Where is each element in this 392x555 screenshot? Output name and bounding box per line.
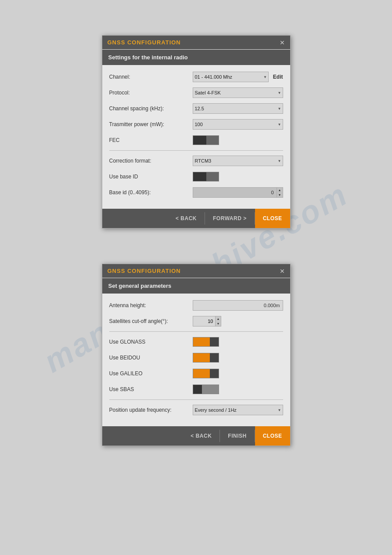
base-id-control: ▲ ▼: [193, 187, 283, 198]
galileo-toggle-right: [210, 369, 219, 378]
channel-edit-link[interactable]: Edit: [273, 74, 283, 80]
satellites-cutoff-spinner-wrapper: ▲ ▼: [193, 316, 222, 326]
dialog1-titlebar: GNSS CONFIGURATION ✕: [102, 36, 290, 49]
use-base-id-toggle[interactable]: [193, 172, 219, 181]
channel-spacing-label: Channel spacing (kHz):: [109, 105, 193, 112]
position-update-select-wrapper[interactable]: Every second / 1Hz: [193, 405, 283, 415]
use-galileo-control: [193, 369, 283, 378]
base-id-label: Base id (0..4095):: [109, 189, 193, 196]
use-base-id-toggle-inner: [206, 172, 219, 181]
beidou-toggle-right: [210, 353, 219, 362]
channel-spacing-select[interactable]: 12.5: [193, 103, 283, 114]
divider-2: [109, 331, 283, 332]
channel-label: Channel:: [109, 74, 193, 80]
base-id-row: Base id (0..4095): ▲ ▼: [109, 187, 283, 198]
satellites-cutoff-label: Satellites cut-off angle(°):: [109, 318, 193, 324]
use-glonass-row: Use GLONASS: [109, 336, 283, 348]
protocol-select-wrapper[interactable]: Satel 4-FSK: [193, 87, 283, 98]
channel-control: 01 - 441.000 Mhz Edit: [193, 72, 283, 82]
protocol-control: Satel 4-FSK: [193, 87, 283, 98]
use-sbas-row: Use SBAS: [109, 384, 283, 395]
base-id-input[interactable]: [193, 187, 277, 198]
transmitter-power-select-wrapper[interactable]: 100: [193, 119, 283, 130]
antenna-height-label: Antenna height:: [109, 302, 193, 308]
dialog2-title: GNSS CONFIGURATION: [108, 268, 181, 274]
fec-control: [193, 135, 283, 145]
fec-toggle[interactable]: [193, 135, 219, 145]
use-galileo-label: Use GALILEO: [109, 370, 193, 377]
beidou-toggle-left: [193, 353, 210, 362]
position-update-label: Position update frequency:: [109, 407, 193, 413]
dialog2-subtitle: Set general parameters: [102, 278, 290, 294]
antenna-height-control: [193, 300, 283, 311]
channel-spacing-select-wrapper[interactable]: 12.5: [193, 103, 283, 114]
satellites-cutoff-input[interactable]: [193, 316, 215, 326]
gnss-config-dialog-2: GNSS CONFIGURATION ✕ Set general paramet…: [102, 264, 291, 446]
dialog1-footer: < BACK FORWARD > CLOSE: [102, 209, 290, 228]
use-sbas-control: [193, 385, 283, 394]
dialog1-body: Channel: 01 - 441.000 Mhz Edit Protocol:: [102, 65, 290, 209]
sbas-toggle[interactable]: [193, 385, 219, 394]
use-glonass-label: Use GLONASS: [109, 339, 193, 345]
correction-format-select[interactable]: RTCM3: [193, 156, 283, 166]
use-beidou-control: [193, 353, 283, 363]
use-base-id-control: [193, 172, 283, 181]
satellites-cutoff-spin-down[interactable]: ▼: [216, 321, 221, 326]
divider-1: [109, 150, 283, 151]
fec-toggle-inner: [206, 136, 219, 145]
use-galileo-row: Use GALILEO: [109, 368, 283, 379]
dialog2-footer: < BACK FINISH CLOSE: [102, 426, 290, 446]
satellites-cutoff-spin-up[interactable]: ▲: [216, 316, 221, 321]
sbas-toggle-left: [193, 385, 202, 394]
position-update-select[interactable]: Every second / 1Hz: [193, 405, 283, 415]
channel-spacing-row: Channel spacing (kHz): 12.5: [109, 103, 283, 114]
position-update-control: Every second / 1Hz: [193, 405, 283, 415]
satellites-cutoff-spinners: ▲ ▼: [215, 316, 221, 326]
dialog2-close-x[interactable]: ✕: [280, 268, 285, 274]
glonass-toggle[interactable]: [193, 337, 219, 347]
transmitter-power-control: 100: [193, 119, 283, 130]
dialog2-close-button[interactable]: CLOSE: [255, 426, 290, 446]
dialog1-forward-button[interactable]: FORWARD >: [205, 209, 255, 228]
antenna-height-row: Antenna height:: [109, 300, 283, 311]
transmitter-power-row: Trasmitter power (mW): 100: [109, 119, 283, 130]
fec-label: FEC: [109, 137, 193, 143]
dialog1-subtitle: Settings for the internal radio: [102, 50, 290, 65]
channel-select-wrapper[interactable]: 01 - 441.000 Mhz: [193, 72, 269, 82]
channel-spacing-control: 12.5: [193, 103, 283, 114]
protocol-row: Protocol: Satel 4-FSK: [109, 87, 283, 98]
transmitter-power-select[interactable]: 100: [193, 119, 283, 130]
fec-row: FEC: [109, 134, 283, 146]
dialog2-body: Antenna height: Satellites cut-off angle…: [102, 294, 290, 426]
correction-format-control: RTCM3: [193, 156, 283, 166]
dialog1-back-button[interactable]: < BACK: [168, 209, 205, 228]
base-id-spinner: ▲ ▼: [277, 187, 283, 198]
dialog1-title: GNSS CONFIGURATION: [108, 39, 181, 46]
dialog1-close-button[interactable]: CLOSE: [255, 209, 290, 228]
correction-format-select-wrapper[interactable]: RTCM3: [193, 156, 283, 166]
glonass-toggle-left: [193, 337, 210, 346]
beidou-toggle[interactable]: [193, 353, 219, 363]
glonass-toggle-right: [210, 337, 219, 346]
transmitter-power-label: Trasmitter power (mW):: [109, 121, 193, 127]
position-update-row: Position update frequency: Every second …: [109, 404, 283, 416]
gnss-config-dialog-1: GNSS CONFIGURATION ✕ Settings for the in…: [102, 35, 291, 229]
channel-select[interactable]: 01 - 441.000 Mhz: [193, 72, 269, 82]
galileo-toggle[interactable]: [193, 369, 219, 378]
protocol-select[interactable]: Satel 4-FSK: [193, 87, 283, 98]
use-glonass-control: [193, 337, 283, 347]
dialog2-finish-button[interactable]: FINISH: [220, 426, 254, 446]
use-sbas-label: Use SBAS: [109, 386, 193, 392]
use-base-id-label: Use base ID: [109, 174, 193, 180]
base-id-spin-down[interactable]: ▼: [277, 192, 283, 197]
dialog1-close-x[interactable]: ✕: [280, 40, 285, 46]
dialog2-back-button[interactable]: < BACK: [183, 426, 219, 446]
divider-3: [109, 399, 283, 400]
protocol-label: Protocol:: [109, 90, 193, 96]
base-id-spin-up[interactable]: ▲: [277, 188, 283, 192]
antenna-height-input[interactable]: [193, 300, 283, 311]
use-beidou-row: Use BEIDOU: [109, 352, 283, 363]
galileo-toggle-left: [193, 369, 210, 378]
correction-format-row: Correction format: RTCM3: [109, 155, 283, 167]
channel-row: Channel: 01 - 441.000 Mhz Edit: [109, 71, 283, 83]
